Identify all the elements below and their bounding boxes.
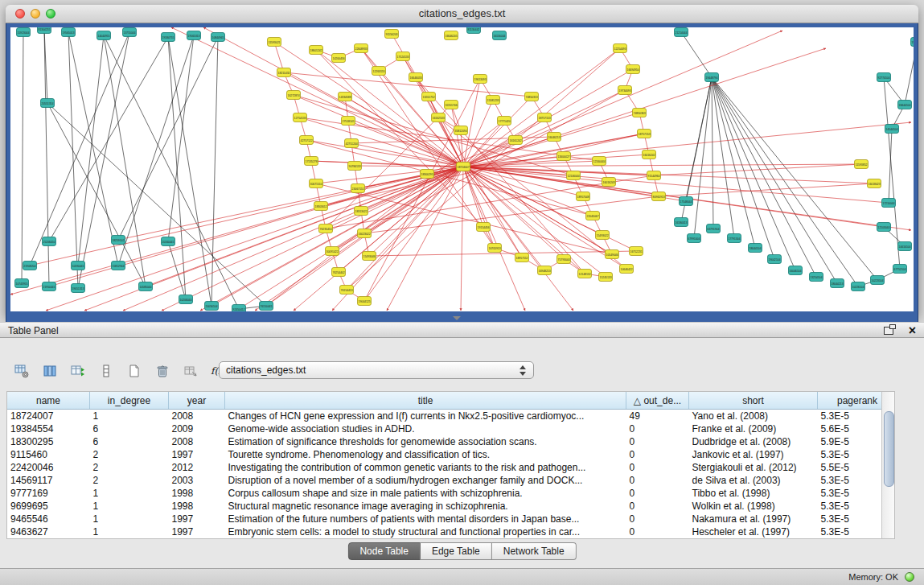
network-node[interactable]: 16161242 bbox=[509, 136, 523, 145]
network-node[interactable]: 30091422 bbox=[326, 247, 339, 256]
network-node[interactable]: 32201706 bbox=[445, 101, 458, 109]
network-node[interactable]: 13755044 bbox=[123, 28, 137, 37]
tab-node-table[interactable]: Node Table bbox=[347, 542, 421, 560]
network-node[interactable]: 11593852 bbox=[855, 160, 869, 169]
network-node[interactable]: 74850313 bbox=[525, 93, 539, 101]
network-node[interactable]: 76154413 bbox=[340, 286, 354, 295]
network-node[interactable]: 17524133 bbox=[396, 52, 410, 61]
network-node[interactable]: 91156203 bbox=[385, 30, 399, 39]
network-node[interactable]: 19042104 bbox=[768, 255, 782, 264]
network-node[interactable]: 16752231 bbox=[630, 247, 643, 256]
table-row[interactable]: 946362711997Embryonic stem cells: a mode… bbox=[7, 525, 895, 538]
network-node[interactable]: 16116044 bbox=[493, 31, 507, 40]
network-node[interactable]: 16046104 bbox=[789, 266, 803, 275]
splitter-handle[interactable] bbox=[453, 316, 461, 320]
network-node[interactable]: 20160441 bbox=[162, 237, 175, 246]
network-node[interactable]: 10743955 bbox=[15, 279, 29, 288]
network-node[interactable]: 14044955 bbox=[97, 31, 111, 40]
table-row[interactable]: 977716911998Corpus callosum shape and si… bbox=[7, 487, 895, 500]
network-node[interactable]: 15493046 bbox=[363, 252, 376, 261]
network-node[interactable]: 18211432 bbox=[277, 68, 291, 77]
network-node[interactable]: 80965913 bbox=[652, 192, 666, 201]
network-node[interactable]: 19448794 bbox=[705, 73, 719, 82]
network-node[interactable]: 21908204 bbox=[23, 262, 37, 270]
column-header-short[interactable]: short bbox=[689, 392, 818, 410]
tab-edge-table[interactable]: Edge Table bbox=[421, 542, 492, 560]
network-node[interactable]: 19361044 bbox=[911, 38, 914, 47]
network-node[interactable]: 18957048 bbox=[577, 192, 590, 201]
network-node[interactable]: 20551314 bbox=[41, 99, 55, 108]
network-node[interactable]: 18957112 bbox=[515, 253, 529, 262]
column-header-out_degree[interactable]: △ out_de... bbox=[626, 392, 689, 410]
network-node[interactable]: 18044213 bbox=[831, 279, 844, 288]
table-row[interactable]: 1456911722003Disruption of a novel membe… bbox=[7, 474, 895, 487]
network-node[interactable]: 11593021 bbox=[268, 38, 281, 47]
network-node[interactable]: 63791904 bbox=[707, 225, 721, 233]
network-node[interactable]: 91544960 bbox=[647, 171, 661, 180]
network-node[interactable]: 76235410 bbox=[319, 225, 333, 233]
network-node[interactable]: 92450412 bbox=[232, 305, 246, 312]
network-node[interactable]: 16646033 bbox=[409, 73, 423, 82]
table-scrollbar[interactable] bbox=[881, 392, 894, 538]
network-node[interactable]: 19734093 bbox=[618, 86, 632, 95]
network-node[interactable]: 12263155 bbox=[372, 67, 386, 76]
network-node[interactable]: 12754133 bbox=[294, 113, 307, 122]
network-node[interactable]: 21214044 bbox=[675, 28, 688, 37]
table-row[interactable]: 1872400712008Changes of HCN gene express… bbox=[7, 410, 895, 423]
network-node[interactable]: 42751244 bbox=[345, 139, 359, 148]
network-node[interactable]: 21950441 bbox=[43, 282, 56, 291]
network-node[interactable]: 74850363 bbox=[633, 109, 647, 117]
edit-columns-icon[interactable] bbox=[68, 360, 88, 381]
network-node[interactable]: 10616104 bbox=[898, 242, 912, 251]
network-node[interactable]: 10646422 bbox=[620, 265, 634, 274]
network-node[interactable]: 18259102 bbox=[112, 236, 125, 245]
network-node[interactable]: 59051313 bbox=[72, 284, 85, 293]
network-node[interactable]: 17791304 bbox=[728, 234, 741, 243]
network-node[interactable]: 10226104 bbox=[852, 282, 865, 291]
network-node[interactable]: 22608933 bbox=[355, 44, 368, 53]
network-node[interactable]: 27518141 bbox=[342, 117, 355, 126]
network-node[interactable]: 16016243 bbox=[602, 178, 616, 187]
column-header-in_degree[interactable]: in_degree bbox=[90, 392, 169, 410]
network-node[interactable]: 23067151 bbox=[351, 184, 365, 193]
network-node[interactable]: 12106044 bbox=[567, 171, 581, 180]
network-node[interactable]: 14544104 bbox=[885, 125, 899, 134]
network-node[interactable]: 17135278 bbox=[305, 157, 318, 166]
network-node[interactable]: 19154456 bbox=[477, 223, 491, 232]
network-node[interactable]: 14334588 bbox=[339, 93, 352, 101]
network-node[interactable]: 67991004 bbox=[688, 234, 701, 243]
network-node[interactable]: 75793044 bbox=[557, 255, 571, 264]
new-table-icon[interactable] bbox=[124, 360, 145, 381]
network-node[interactable]: 20056104 bbox=[205, 302, 219, 311]
table-row[interactable]: 1830029562008Estimation of significance … bbox=[7, 435, 895, 448]
network-node[interactable]: 18444104 bbox=[898, 101, 912, 109]
network-node[interactable]: 15493022 bbox=[596, 231, 610, 240]
close-panel-icon[interactable]: × bbox=[909, 323, 916, 339]
network-node[interactable]: 25206050 bbox=[43, 237, 56, 246]
table-options-icon[interactable] bbox=[11, 360, 32, 381]
network-node[interactable]: 15581233 bbox=[487, 96, 500, 105]
close-button[interactable] bbox=[15, 9, 25, 19]
network-node[interactable]: 35812094 bbox=[454, 126, 468, 135]
float-panel-icon[interactable] bbox=[884, 327, 893, 335]
network-node[interactable]: 12254493 bbox=[614, 44, 627, 53]
network-node[interactable]: 42757122 bbox=[300, 136, 314, 145]
network-node[interactable]: 10549046 bbox=[606, 250, 619, 259]
scrollbar-thumb[interactable] bbox=[884, 411, 894, 487]
network-node[interactable]: 10585044 bbox=[139, 282, 153, 291]
network-node[interactable]: 18313022 bbox=[355, 207, 368, 216]
network-node[interactable]: 18300295 bbox=[421, 170, 434, 179]
network-node[interactable]: 19613093 bbox=[474, 75, 487, 84]
network-node[interactable]: 16694950 bbox=[626, 65, 640, 74]
network-node[interactable]: 10206044 bbox=[179, 295, 193, 304]
column-header-name[interactable]: name bbox=[7, 392, 90, 410]
network-node[interactable]: 15812944 bbox=[112, 262, 125, 270]
network-node[interactable]: 18044104 bbox=[749, 244, 762, 253]
network-node[interactable]: 10844945 bbox=[211, 33, 225, 42]
network-node[interactable]: 92774104 bbox=[877, 73, 891, 82]
network-node[interactable]: 76254402 bbox=[332, 268, 346, 277]
network-node[interactable]: 14200456 bbox=[332, 54, 346, 63]
window-titlebar[interactable]: citations_edges.txt bbox=[6, 5, 918, 23]
network-node[interactable]: 16023022 bbox=[358, 229, 372, 238]
import-table-icon[interactable] bbox=[180, 360, 201, 381]
